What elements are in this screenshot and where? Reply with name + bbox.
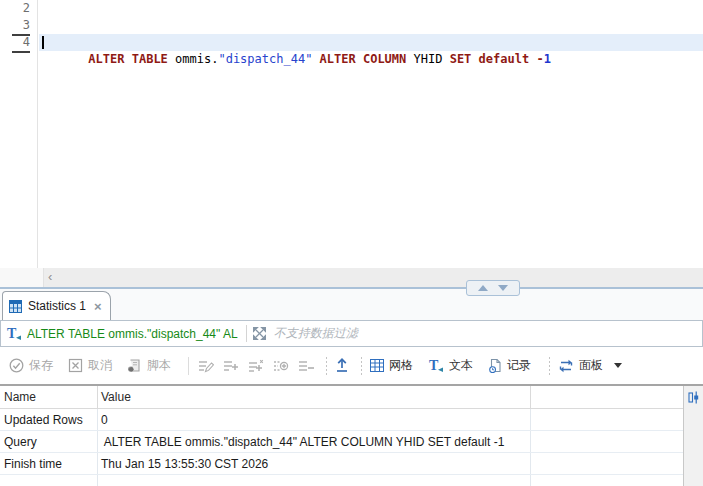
add-row-button[interactable]	[223, 359, 239, 373]
script-label: 脚本	[147, 357, 171, 374]
panel-button[interactable]: 面板	[558, 357, 622, 374]
row-name-cell[interactable]: Query	[4, 431, 37, 453]
sql-statement-line[interactable]: ALTER TABLE ommis."dispatch_44" ALTER CO…	[45, 17, 551, 34]
export-button[interactable]	[335, 358, 349, 373]
results-toolbar: 保存 取消 脚本	[0, 347, 703, 384]
text-view-label: 文本	[449, 357, 473, 374]
panel-refresh-icon	[558, 359, 574, 373]
filter-hint-text: 不支持数据过滤	[274, 325, 358, 342]
delete-row-button[interactable]	[298, 359, 314, 373]
sql-token: YHID	[414, 52, 443, 66]
filter-separator	[246, 325, 247, 342]
toolbar-dotted-separator	[549, 357, 550, 375]
sql-token: ALTER TABLE	[88, 52, 167, 66]
add-row-icon	[223, 359, 239, 373]
editor-horizontal-scrollbar[interactable]: ‹	[0, 268, 703, 287]
table-header: Name Value	[0, 386, 683, 409]
sql-token	[312, 52, 319, 66]
sql-token: ommis.	[175, 52, 218, 66]
results-tab-bar: Statistics 1 ×	[0, 289, 703, 320]
sql-editor[interactable]: 234 ALTER TABLE ommis."dispatch_44" ALTE…	[0, 0, 703, 268]
table-row[interactable]: Query ALTER TABLE ommis."dispatch_44" AL…	[0, 431, 683, 453]
edit-row-icon	[198, 359, 214, 373]
collapse-up-icon[interactable]	[478, 285, 488, 291]
sql-token: ALTER COLUMN	[320, 52, 407, 66]
script-button[interactable]: 脚本	[127, 357, 171, 374]
panel-label: 面板	[579, 357, 603, 374]
record-doc-icon	[488, 358, 502, 373]
expand-icon[interactable]	[253, 327, 266, 340]
text-view-icon: T	[428, 358, 444, 373]
row-value-cell[interactable]: 0	[101, 409, 108, 431]
text-cursor	[42, 36, 44, 49]
table-row[interactable]: Updated Rows 0	[0, 409, 683, 431]
cancel-button[interactable]: 取消	[68, 357, 112, 374]
table-body: Updated Rows 0 Query ALTER TABLE ommis."…	[0, 409, 683, 475]
sql-token: "dispatch_44"	[218, 52, 312, 66]
code-area[interactable]: ALTER TABLE ommis."dispatch_44" ALTER CO…	[39, 0, 703, 268]
scroll-left-icon[interactable]: ‹	[48, 268, 52, 287]
row-value-cell[interactable]: ALTER TABLE ommis."dispatch_44" ALTER CO…	[101, 431, 504, 453]
script-icon	[127, 358, 142, 373]
copy-row-button[interactable]	[248, 359, 264, 373]
copy-row-icon	[248, 359, 264, 373]
cancel-label: 取消	[88, 357, 112, 374]
save-button[interactable]: 保存	[9, 357, 53, 374]
sql-token: default	[479, 52, 530, 66]
toolbar-dotted-separator	[326, 357, 327, 375]
sql-text-icon: T	[6, 326, 22, 341]
panel-dropdown-icon[interactable]	[614, 363, 622, 368]
table-grid-icon	[9, 300, 22, 313]
tab-statistics-1[interactable]: Statistics 1 ×	[2, 291, 111, 320]
line-number[interactable]: 4	[0, 34, 37, 51]
save-label: 保存	[29, 357, 53, 374]
record-view-button[interactable]: 记录	[488, 357, 531, 374]
line-number[interactable]: 2	[0, 0, 37, 17]
grid-view-icon	[370, 359, 384, 372]
tab-label: Statistics 1	[28, 299, 86, 313]
sql-token	[471, 52, 478, 66]
current-line-highlight	[39, 34, 703, 51]
export-up-arrow-icon	[335, 358, 349, 373]
insert-row-button[interactable]	[273, 359, 289, 373]
table-row[interactable]: Finish time Thu Jan 15 13:55:30 CST 2026	[0, 453, 683, 475]
splitter-collapse-control[interactable]	[466, 280, 520, 296]
line-number-gutter[interactable]: 234	[0, 0, 38, 268]
column-header-value[interactable]: Value	[101, 386, 131, 409]
row-name-cell[interactable]: Updated Rows	[4, 409, 83, 431]
dbeaver-window: 234 ALTER TABLE ommis."dispatch_44" ALTE…	[0, 0, 703, 486]
value-panel-icon[interactable]	[688, 391, 699, 404]
statistics-table: Name Value Updated Rows 0 Query ALTER TA…	[0, 386, 683, 486]
delete-row-icon	[298, 359, 314, 373]
insert-row-icon	[273, 359, 289, 373]
grid-view-button[interactable]: 网格	[370, 357, 413, 374]
column-header-name[interactable]: Name	[4, 386, 36, 409]
record-view-label: 记录	[507, 357, 531, 374]
filter-query-text: ALTER TABLE ommis."dispatch_44" AL	[27, 327, 238, 341]
header-separator[interactable]	[530, 386, 531, 409]
row-value-cell[interactable]: Thu Jan 15 13:55:30 CST 2026	[101, 453, 268, 475]
sql-token: SET	[450, 52, 472, 66]
sql-token	[442, 52, 449, 66]
toolbar-separator	[188, 357, 189, 375]
grid-view-label: 网格	[389, 357, 413, 374]
edit-row-button[interactable]	[198, 359, 214, 373]
tab-close-icon[interactable]: ×	[94, 300, 102, 313]
data-filter-bar[interactable]: T ALTER TABLE ommis."dispatch_44" AL 不支持…	[0, 320, 703, 347]
svg-text:T: T	[429, 358, 439, 373]
row-name-cell[interactable]: Finish time	[4, 453, 62, 475]
text-view-button[interactable]: T 文本	[428, 357, 473, 374]
scrollbar-corner	[0, 268, 44, 287]
header-separator[interactable]	[97, 386, 98, 409]
line-number[interactable]: 3	[0, 17, 37, 34]
sql-token: -	[536, 52, 543, 66]
toolbar-dotted-separator	[361, 357, 362, 375]
box-x-icon	[68, 358, 83, 373]
sql-token	[168, 52, 175, 66]
sql-token	[406, 52, 413, 66]
circle-check-icon	[9, 358, 24, 373]
value-panel-strip	[683, 386, 703, 486]
collapse-down-icon[interactable]	[498, 285, 508, 291]
sql-token: 1	[544, 52, 551, 66]
svg-text:T: T	[7, 326, 17, 341]
